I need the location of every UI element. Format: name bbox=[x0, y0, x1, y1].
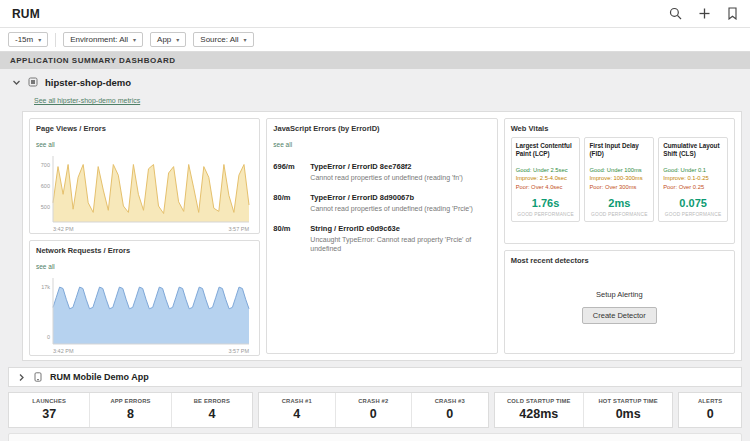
footer-panel bbox=[8, 433, 742, 441]
source-filter-value: Source: All bbox=[200, 35, 238, 44]
vital-status: GOOD PERFORMANCE bbox=[589, 212, 649, 217]
card-title: Page Views / Errors bbox=[36, 124, 253, 133]
svg-text:3:42 PM: 3:42 PM bbox=[53, 226, 74, 232]
network-requests-card: Network Requests / Errors see all 17k03:… bbox=[29, 240, 260, 356]
error-main: String / ErrorID e0d9c63e Uncaught TypeE… bbox=[310, 224, 490, 253]
error-row[interactable]: 80/m String / ErrorID e0d9c63e Uncaught … bbox=[273, 224, 490, 253]
filter-bar: -15m ▾ Environment: All ▾ App ▾ Source: … bbox=[0, 28, 750, 52]
web-vitals-row: Largest Contentful Paint (LCP) Good: Und… bbox=[511, 137, 728, 222]
source-filter[interactable]: Source: All ▾ bbox=[193, 32, 253, 47]
charts-column: Page Views / Errors see all 7006005003:4… bbox=[29, 118, 260, 354]
app-filter[interactable]: App ▾ bbox=[150, 32, 186, 47]
page-title: RUM bbox=[12, 7, 40, 21]
time-range-picker[interactable]: -15m ▾ bbox=[8, 32, 48, 47]
web-vitals-column: Web Vitals Largest Contentful Paint (LCP… bbox=[504, 118, 735, 354]
stat-launches[interactable]: LAUNCHES 37 bbox=[9, 393, 89, 427]
stat-cold-startup[interactable]: COLD STARTUP TIME 428ms bbox=[495, 393, 583, 427]
error-detail: Cannot read properties of undefined (rea… bbox=[310, 173, 463, 182]
error-main: TypeError / ErrorID 8ee768f2 Cannot read… bbox=[310, 162, 463, 182]
stat-label: CRASH #2 bbox=[339, 398, 409, 404]
see-all-link[interactable]: see all bbox=[36, 141, 55, 148]
svg-text:3:42 PM: 3:42 PM bbox=[53, 348, 74, 354]
vital-title: Largest Contentful Paint (LCP) bbox=[516, 142, 576, 166]
vital-status: GOOD PERFORMANCE bbox=[516, 212, 576, 217]
js-errors-column: JavaScript Errors (by ErrorID) see all 6… bbox=[266, 118, 497, 354]
stat-crash-2[interactable]: CRASH #2 0 bbox=[335, 393, 412, 427]
error-row[interactable]: 80/m TypeError / ErrorID 8d90067b Cannot… bbox=[273, 193, 490, 213]
stat-label: LAUNCHES bbox=[12, 398, 86, 404]
vital-good: Good: Under 0.1 bbox=[663, 166, 723, 174]
web-vital-fid[interactable]: First Input Delay (FID) Good: Under 100m… bbox=[584, 137, 654, 222]
chevron-down-icon: ▾ bbox=[244, 36, 247, 43]
error-name: String / ErrorID e0d9c63e bbox=[310, 224, 490, 233]
stat-app-errors[interactable]: APP ERRORS 8 bbox=[89, 393, 170, 427]
svg-text:3:57 PM: 3:57 PM bbox=[229, 226, 250, 232]
web-vital-cls[interactable]: Cumulative Layout Shift (CLS) Good: Unde… bbox=[658, 137, 728, 222]
stat-crash-3[interactable]: CRASH #3 0 bbox=[411, 393, 488, 427]
chevron-down-icon: ▾ bbox=[176, 36, 179, 43]
stat-value: 428ms bbox=[498, 407, 580, 421]
network-requests-chart: 17k03:42 PM3:57 PM bbox=[36, 275, 252, 355]
mobile-stats-row: LAUNCHES 37 APP ERRORS 8 BE ERRORS 4 CRA… bbox=[8, 392, 742, 428]
chevron-down-icon: ▾ bbox=[38, 36, 41, 43]
expand-chevron-icon[interactable] bbox=[17, 373, 26, 382]
collapse-chevron-icon[interactable] bbox=[12, 78, 21, 87]
js-errors-card: JavaScript Errors (by ErrorID) see all 6… bbox=[266, 118, 497, 354]
app-icon bbox=[28, 77, 38, 87]
svg-text:17k: 17k bbox=[41, 284, 50, 290]
page-views-chart: 7006005003:42 PM3:57 PM bbox=[36, 153, 252, 233]
environment-filter[interactable]: Environment: All ▾ bbox=[63, 32, 143, 47]
stat-value: 0ms bbox=[587, 407, 669, 421]
see-all-link[interactable]: see all bbox=[273, 141, 292, 148]
card-title: Most recent detectors bbox=[511, 256, 728, 265]
stat-label: CRASH #3 bbox=[415, 398, 485, 404]
vital-title: Cumulative Layout Shift (CLS) bbox=[663, 142, 723, 166]
app-filter-value: App bbox=[157, 35, 171, 44]
dashboard-content: hipster-shop-demo See all hipster-shop-d… bbox=[0, 69, 750, 441]
mobile-section-title: RUM Mobile Demo App bbox=[50, 372, 149, 382]
vital-improve: Improve: 100-300ms bbox=[589, 174, 649, 182]
vital-poor: Poor: Over 4.0sec bbox=[516, 183, 576, 191]
vital-improve: Improve: 0.1-0.25 bbox=[663, 174, 723, 182]
error-rate: 696/m bbox=[273, 162, 303, 182]
stat-group-usage: LAUNCHES 37 APP ERRORS 8 BE ERRORS 4 bbox=[8, 392, 253, 428]
detectors-card: Most recent detectors Setup Alerting Cre… bbox=[504, 250, 735, 354]
see-all-metrics-link[interactable]: See all hipster-shop-demo metrics bbox=[34, 97, 140, 104]
svg-text:600: 600 bbox=[41, 183, 50, 189]
mobile-section-header[interactable]: RUM Mobile Demo App bbox=[8, 367, 742, 387]
web-vitals-card: Web Vitals Largest Contentful Paint (LCP… bbox=[504, 118, 735, 244]
error-main: TypeError / ErrorID 8d90067b Cannot read… bbox=[310, 193, 473, 213]
error-detail: Cannot read properties of undefined (rea… bbox=[310, 204, 473, 213]
stat-group-crashes: CRASH #1 4 CRASH #2 0 CRASH #3 0 bbox=[258, 392, 489, 428]
vital-poor: Poor: Over 300ms bbox=[589, 183, 649, 191]
error-row[interactable]: 696/m TypeError / ErrorID 8ee768f2 Canno… bbox=[273, 162, 490, 182]
bookmark-icon[interactable] bbox=[727, 7, 738, 20]
environment-filter-value: Environment: All bbox=[70, 35, 128, 44]
stat-crash-1[interactable]: CRASH #1 4 bbox=[259, 393, 335, 427]
stat-value: 37 bbox=[12, 407, 86, 421]
mobile-app-icon bbox=[33, 372, 43, 382]
card-title: Network Requests / Errors bbox=[36, 246, 253, 255]
setup-alerting-label: Setup Alerting bbox=[596, 290, 643, 299]
vital-title: First Input Delay (FID) bbox=[589, 142, 649, 166]
stat-value: 0 bbox=[415, 407, 485, 421]
stat-alerts[interactable]: ALERTS 0 bbox=[679, 393, 741, 427]
stat-hot-startup[interactable]: HOT STARTUP TIME 0ms bbox=[583, 393, 672, 427]
see-all-link[interactable]: see all bbox=[36, 263, 55, 270]
stat-be-errors[interactable]: BE ERRORS 4 bbox=[171, 393, 252, 427]
card-title: Web Vitals bbox=[511, 124, 728, 133]
rum-dashboard-page: { "header": { "title": "RUM" }, "filters… bbox=[0, 0, 750, 441]
error-name: TypeError / ErrorID 8d90067b bbox=[310, 193, 473, 202]
web-vital-lcp[interactable]: Largest Contentful Paint (LCP) Good: Und… bbox=[511, 137, 581, 222]
section-title: hipster-shop-demo bbox=[45, 77, 131, 88]
stat-group-startup: COLD STARTUP TIME 428ms HOT STARTUP TIME… bbox=[494, 392, 674, 428]
dashboard-title: APPLICATION SUMMARY DASHBOARD bbox=[0, 52, 750, 69]
svg-text:3:57 PM: 3:57 PM bbox=[229, 348, 250, 354]
create-detector-button[interactable]: Create Detector bbox=[582, 307, 657, 324]
divider bbox=[55, 33, 56, 47]
add-icon[interactable] bbox=[698, 7, 711, 20]
section-header-hipster-shop: hipster-shop-demo bbox=[8, 75, 742, 89]
search-icon[interactable] bbox=[669, 7, 682, 20]
svg-text:500: 500 bbox=[41, 204, 50, 210]
top-bar: RUM bbox=[0, 0, 750, 28]
